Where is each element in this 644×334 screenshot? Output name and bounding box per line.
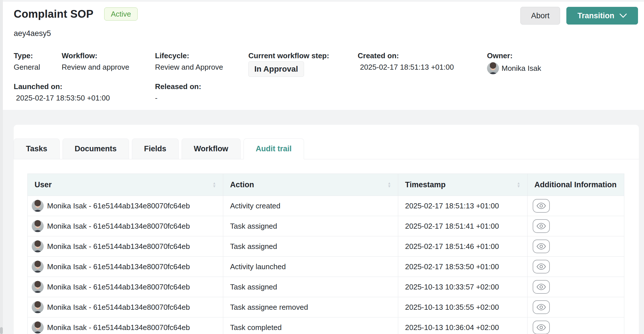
tab-tasks[interactable]: Tasks	[14, 138, 60, 159]
meta-current-step: Current workflow step: In Approval	[248, 51, 358, 77]
meta-workflow: Workflow: Review and approve	[62, 51, 155, 77]
action-cell: Task assigned	[223, 236, 398, 257]
user-cell: Monika Isak - 61e5144ab134e80070fc64eb	[28, 257, 223, 277]
abort-button[interactable]: Abort	[520, 7, 560, 25]
meta-created-on-label: Created on:	[358, 51, 487, 60]
additional-info-cell	[528, 317, 624, 334]
eye-icon	[536, 202, 546, 209]
action-cell: Activity created	[223, 196, 398, 216]
table-header-row: User▲▼Action▲▼Timestamp▲▼Additional Info…	[28, 174, 624, 196]
additional-info-cell	[528, 236, 624, 257]
timestamp-cell: 2025-02-17 18:51:41 +01:00	[398, 216, 528, 236]
eye-icon	[536, 283, 546, 290]
current-step-badge: In Approval	[248, 61, 304, 77]
tab-workflow[interactable]: Workflow	[182, 138, 241, 159]
view-details-button[interactable]	[533, 321, 550, 334]
view-details-button[interactable]	[533, 199, 550, 213]
user-avatar	[487, 62, 499, 74]
table-row: Monika Isak - 61e5144ab134e80070fc64ebTa…	[28, 277, 624, 297]
view-details-button[interactable]	[533, 300, 550, 314]
column-header-user[interactable]: User▲▼	[28, 174, 223, 196]
column-label: User	[35, 180, 52, 189]
action-cell: Activity launched	[223, 257, 398, 277]
user-cell: Monika Isak - 61e5144ab134e80070fc64eb	[28, 277, 223, 297]
sort-icon[interactable]: ▲▼	[212, 182, 216, 188]
additional-info-cell	[528, 196, 624, 216]
user-name: Monika Isak - 61e5144ab134e80070fc64eb	[47, 323, 190, 332]
meta-lifecycle: Lifecycle: Review and Approve	[155, 51, 248, 77]
meta-launched-on-label: Launched on:	[14, 82, 155, 91]
transition-button[interactable]: Transition	[566, 7, 638, 25]
tab-audit-trail[interactable]: Audit trail	[243, 138, 304, 159]
column-header-timestamp[interactable]: Timestamp▲▼	[398, 174, 528, 196]
timestamp-cell: 2025-02-17 18:51:46 +01:00	[398, 236, 528, 257]
meta-type-value: General	[14, 62, 62, 72]
table-row: Monika Isak - 61e5144ab134e80070fc64ebTa…	[28, 236, 624, 257]
user-name: Monika Isak - 61e5144ab134e80070fc64eb	[47, 202, 190, 210]
additional-info-cell	[528, 257, 624, 277]
scrollbar-thumb[interactable]	[0, 327, 3, 334]
metadata: Type: General Workflow: Review and appro…	[14, 51, 644, 103]
eye-icon	[536, 263, 546, 270]
table-body: Monika Isak - 61e5144ab134e80070fc64ebAc…	[28, 196, 624, 334]
audit-trail-panel: User▲▼Action▲▼Timestamp▲▼Additional Info…	[27, 174, 624, 334]
transition-label: Transition	[577, 11, 614, 20]
user-name: Monika Isak - 61e5144ab134e80070fc64eb	[47, 303, 190, 312]
action-cell: Task assigned	[223, 216, 398, 236]
user-avatar	[32, 220, 44, 232]
meta-type-label: Type:	[14, 51, 62, 60]
action-cell: Task completed	[223, 317, 398, 334]
audit-trail-table: User▲▼Action▲▼Timestamp▲▼Additional Info…	[27, 174, 624, 334]
meta-workflow-value: Review and approve	[62, 62, 155, 72]
status-badge: Active	[104, 7, 138, 21]
meta-created-on-value: 2025-02-17 18:51:13 +01:00	[358, 62, 487, 72]
meta-released-on-label: Released on:	[155, 82, 248, 91]
user-avatar	[32, 240, 44, 252]
view-details-button[interactable]	[533, 280, 550, 294]
chevron-down-icon	[619, 13, 627, 18]
tab-fields[interactable]: Fields	[132, 138, 179, 159]
timestamp-cell: 2025-10-13 10:36:04 +02:00	[398, 317, 528, 334]
column-label: Timestamp	[405, 180, 446, 189]
sort-icon[interactable]: ▲▼	[387, 182, 391, 188]
eye-icon	[536, 324, 546, 331]
meta-workflow-label: Workflow:	[62, 51, 155, 60]
view-details-button[interactable]	[533, 240, 550, 253]
meta-type: Type: General	[14, 51, 62, 77]
user-name: Monika Isak - 61e5144ab134e80070fc64eb	[47, 242, 190, 251]
page-left-margin	[0, 0, 3, 334]
header-actions: Abort Transition	[520, 7, 638, 25]
eye-icon	[536, 223, 546, 230]
user-name: Monika Isak - 61e5144ab134e80070fc64eb	[47, 262, 190, 271]
additional-info-cell	[528, 277, 624, 297]
eye-icon	[536, 243, 546, 250]
user-cell: Monika Isak - 61e5144ab134e80070fc64eb	[28, 216, 223, 236]
column-label: Action	[230, 180, 254, 189]
view-details-button[interactable]	[533, 260, 550, 273]
meta-lifecycle-value: Review and Approve	[155, 62, 248, 72]
meta-created-on: Created on: 2025-02-17 18:51:13 +01:00	[358, 51, 487, 77]
column-header-additional-information: Additional Information	[528, 174, 624, 196]
tab-documents[interactable]: Documents	[63, 138, 129, 159]
column-header-action[interactable]: Action▲▼	[223, 174, 398, 196]
table-row: Monika Isak - 61e5144ab134e80070fc64ebAc…	[28, 196, 624, 216]
table-row: Monika Isak - 61e5144ab134e80070fc64ebTa…	[28, 317, 624, 334]
meta-lifecycle-label: Lifecycle:	[155, 51, 248, 60]
action-cell: Task assigned	[223, 277, 398, 297]
view-details-button[interactable]	[533, 219, 550, 233]
meta-owner: Owner: Monika Isak	[487, 51, 644, 77]
timestamp-cell: 2025-10-13 10:35:55 +02:00	[398, 297, 528, 317]
user-cell: Monika Isak - 61e5144ab134e80070fc64eb	[28, 317, 223, 334]
sort-icon[interactable]: ▲▼	[517, 182, 520, 188]
table-row: Monika Isak - 61e5144ab134e80070fc64ebTa…	[28, 216, 624, 236]
page-title: Complaint SOP	[14, 8, 93, 20]
user-avatar	[32, 261, 44, 273]
meta-owner-value: Monika Isak	[487, 62, 644, 74]
eye-icon	[536, 304, 546, 311]
user-name: Monika Isak - 61e5144ab134e80070fc64eb	[47, 283, 190, 291]
meta-launched-on: Launched on: 2025-02-17 18:53:50 +01:00	[14, 82, 155, 103]
table-row: Monika Isak - 61e5144ab134e80070fc64ebAc…	[28, 257, 624, 277]
action-cell: Task assignee removed	[223, 297, 398, 317]
timestamp-cell: 2025-10-13 10:33:57 +02:00	[398, 277, 528, 297]
timestamp-cell: 2025-02-17 18:51:13 +01:00	[398, 196, 528, 216]
